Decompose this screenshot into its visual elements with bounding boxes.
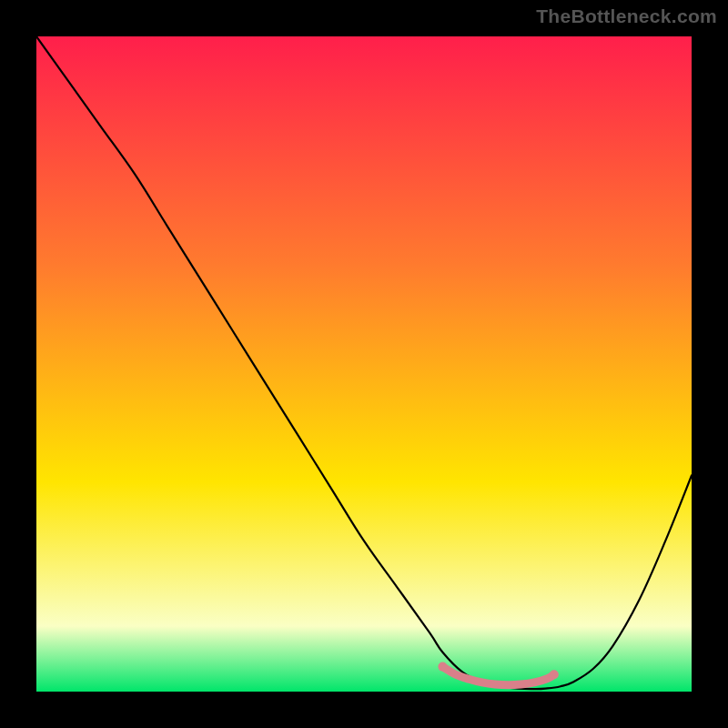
watermark-text: TheBottleneck.com [536,5,717,27]
gradient-background [36,36,692,692]
optimal-range-start-dot [438,662,447,672]
optimal-range-end-dot [550,670,559,679]
chart-svg [36,36,692,692]
chart-frame: TheBottleneck.com [0,0,728,728]
chart-plot-area [36,36,692,692]
